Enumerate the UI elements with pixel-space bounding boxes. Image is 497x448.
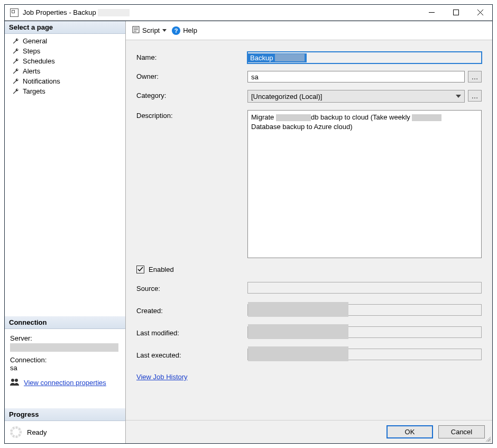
name-value-selected: Backup: [250, 54, 273, 62]
wrench-icon: [12, 78, 20, 85]
sidebar-item-steps[interactable]: Steps: [5, 46, 125, 56]
last-executed-label: Last executed:: [136, 350, 247, 359]
connection-value: sa: [10, 364, 120, 372]
connection-body: Server: Connection: sa View connection p…: [5, 329, 125, 394]
title-bar: Job Properties - Backup: [5, 5, 492, 21]
connection-label: Connection:: [10, 356, 120, 364]
owner-input[interactable]: [247, 71, 465, 83]
sidebar-item-alerts[interactable]: Alerts: [5, 66, 125, 76]
redacted-name-suffix: [275, 54, 305, 61]
category-select[interactable]: [Uncategorized (Local)]: [247, 90, 465, 103]
redacted-value: [248, 324, 348, 339]
category-label: Category:: [136, 90, 247, 99]
description-textarea[interactable]: Migrate db backup to cloud (Take weekly …: [247, 110, 482, 258]
connection-heading: Connection: [5, 316, 125, 329]
redacted-value: [248, 346, 348, 361]
wrench-icon: [12, 68, 20, 75]
script-icon: [132, 26, 140, 35]
window-title-text: Job Properties - Backup: [23, 8, 98, 16]
cancel-button[interactable]: Cancel: [438, 425, 485, 438]
sidebar-item-notifications[interactable]: Notifications: [5, 76, 125, 86]
sidebar-item-label: Steps: [23, 47, 40, 55]
maximize-button[interactable]: [444, 5, 468, 21]
last-executed-field: [247, 349, 482, 360]
help-icon: ?: [172, 26, 180, 35]
select-page-heading: Select a page: [5, 21, 125, 34]
enabled-checkbox[interactable]: [136, 266, 144, 273]
last-modified-field: [247, 326, 482, 338]
sidebar-item-general[interactable]: General: [5, 36, 125, 46]
created-label: Created:: [136, 305, 247, 315]
ok-button[interactable]: OK: [386, 425, 433, 438]
close-button[interactable]: [468, 5, 492, 21]
sidebar-item-label: General: [23, 37, 47, 45]
sidebar-item-label: Schedules: [23, 57, 55, 65]
script-button[interactable]: Script: [132, 26, 167, 35]
progress-heading: Progress: [5, 408, 125, 421]
help-label: Help: [183, 26, 197, 34]
sidebar: Select a page General Steps Schedules Al…: [5, 21, 126, 443]
created-field: [247, 304, 482, 316]
wrench-icon: [12, 48, 20, 55]
redacted-text: [276, 114, 311, 121]
enabled-label: Enabled: [149, 266, 174, 273]
desc-text: Database backup to Azure cloud): [251, 123, 353, 131]
source-field: [247, 282, 482, 294]
owner-label: Owner:: [136, 71, 247, 80]
svg-rect-1: [453, 10, 458, 15]
progress-body: Ready: [5, 421, 125, 443]
view-job-history-link[interactable]: View Job History: [136, 373, 188, 381]
redacted-server-name: [10, 343, 118, 352]
last-modified-label: Last modified:: [136, 327, 247, 337]
sidebar-item-targets[interactable]: Targets: [5, 86, 125, 96]
progress-spinner-icon: [10, 426, 22, 438]
minimize-button[interactable]: [419, 5, 444, 21]
browse-owner-button[interactable]: …: [468, 71, 482, 83]
svg-point-4: [11, 379, 14, 382]
wrench-icon: [12, 88, 20, 95]
sidebar-item-label: Notifications: [23, 77, 60, 85]
resize-grip-icon[interactable]: [484, 435, 491, 442]
redacted-title-suffix: [98, 9, 130, 16]
window-icon: [10, 8, 19, 17]
dialog-footer: OK Cancel: [126, 420, 492, 443]
form: Name: Backup Owner: … Category:: [126, 40, 492, 420]
server-label: Server:: [10, 334, 120, 342]
redacted-value: [248, 302, 348, 317]
chevron-down-icon: [162, 29, 167, 32]
svg-point-5: [15, 379, 18, 382]
source-label: Source:: [136, 283, 247, 292]
name-input[interactable]: Backup: [247, 52, 482, 63]
redacted-text: [412, 114, 441, 121]
sidebar-item-label: Alerts: [23, 67, 40, 75]
desc-text: Migrate: [251, 113, 276, 121]
cancel-label: Cancel: [451, 428, 472, 436]
sidebar-item-schedules[interactable]: Schedules: [5, 56, 125, 66]
name-label: Name:: [136, 52, 247, 61]
browse-category-button[interactable]: …: [468, 90, 482, 102]
wrench-icon: [12, 38, 20, 45]
toolbar: Script ? Help: [126, 21, 492, 40]
description-label: Description:: [136, 110, 247, 120]
window-title: Job Properties - Backup: [23, 8, 419, 17]
ok-label: OK: [405, 428, 415, 436]
main-panel: Script ? Help Name: Backup: [126, 21, 492, 443]
people-icon: [10, 378, 20, 387]
sidebar-item-label: Targets: [23, 87, 45, 95]
script-label: Script: [142, 26, 160, 34]
desc-text: db backup to cloud (Take weekly: [311, 113, 412, 121]
help-button[interactable]: ? Help: [172, 26, 197, 35]
job-properties-dialog: Job Properties - Backup Select a page Ge…: [4, 4, 493, 444]
wrench-icon: [12, 58, 20, 65]
progress-status: Ready: [27, 428, 47, 436]
page-list: General Steps Schedules Alerts Notificat…: [5, 34, 125, 98]
category-value: [Uncategorized (Local)]: [251, 93, 322, 100]
chevron-down-icon: [456, 95, 461, 98]
view-connection-properties-link[interactable]: View connection properties: [24, 379, 106, 387]
